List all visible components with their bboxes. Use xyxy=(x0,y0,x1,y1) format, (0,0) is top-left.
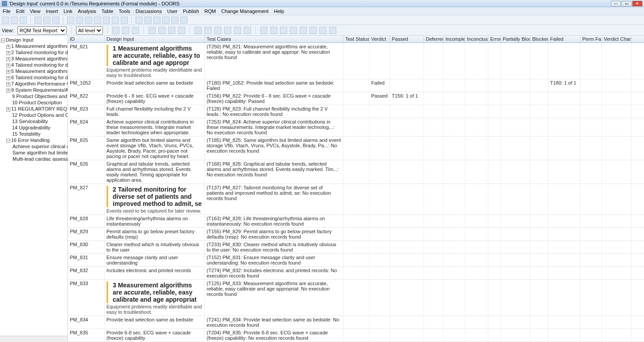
tree-item[interactable]: +8 System Requirements/Algorith xyxy=(1,87,67,93)
table-row[interactable]: PM_822Provide 6 - 8 sec. ECG wave + casc… xyxy=(68,92,644,105)
col-verdict-changed[interactable]: Verdict Changed xyxy=(602,36,631,43)
sort-asc-icon[interactable] xyxy=(319,27,326,34)
menu-table[interactable]: Table xyxy=(102,9,113,14)
save-icon[interactable] xyxy=(2,17,9,24)
table-row[interactable]: PM_823Full channel flexibility including… xyxy=(68,105,644,118)
bullets-icon[interactable] xyxy=(234,27,241,34)
tool-k-icon[interactable] xyxy=(162,17,169,24)
tree-subitem[interactable]: Achieve superior clinical contribu xyxy=(1,143,67,150)
tree-item[interactable]: +11 REGULARTORY REQUIRE xyxy=(1,106,67,112)
underline-icon[interactable] xyxy=(168,27,175,34)
filter-a-icon[interactable] xyxy=(260,27,267,34)
table-row[interactable]: PM_832Includes electronic and printed re… xyxy=(68,267,644,280)
tree-root[interactable]: −Design Input xyxy=(1,37,67,43)
tree-item[interactable]: 14 Upgradeability xyxy=(1,124,67,131)
menu-view[interactable]: View xyxy=(30,9,41,14)
menu-rqm[interactable]: RQM xyxy=(204,9,216,14)
col-deferred[interactable]: Deferred xyxy=(424,36,444,43)
table-row[interactable]: PM_829Permit alarms to go below preset f… xyxy=(68,228,644,241)
tree-item[interactable]: +5 Measurement algorithms are a xyxy=(1,68,67,74)
tree-subitem[interactable]: Multi-lead cardiac assessment xyxy=(1,156,67,162)
tool-e-icon[interactable] xyxy=(103,17,110,24)
table-row[interactable]: PM_824Achieve superior clinical contribu… xyxy=(68,118,644,137)
print-icon[interactable] xyxy=(11,17,18,24)
col-failed[interactable]: Failed xyxy=(548,36,580,43)
view-select[interactable]: RQM Test Report View xyxy=(17,26,67,34)
tool-j-icon[interactable] xyxy=(153,17,161,24)
menu-discussions[interactable]: Discussions xyxy=(136,9,162,14)
menu-analysis[interactable]: Analysis xyxy=(78,9,96,14)
table-row[interactable]: PM_835Provide 6-8 sec. ECG wave + cascad… xyxy=(68,329,644,342)
tool-h-icon[interactable] xyxy=(136,17,143,24)
align-justify-icon[interactable] xyxy=(224,27,231,34)
filter-f-icon[interactable] xyxy=(309,27,317,34)
col-incomplete[interactable]: Incomplete xyxy=(444,36,465,43)
maximize-button[interactable]: ▭ xyxy=(622,1,631,6)
menu-link[interactable]: Link xyxy=(64,9,72,14)
table-row[interactable]: PM_1052Provide lead selection same as be… xyxy=(68,79,644,92)
align-left-icon[interactable] xyxy=(195,27,202,34)
cut-icon[interactable] xyxy=(112,27,119,34)
numbering-icon[interactable] xyxy=(244,27,251,34)
close-button[interactable]: ✕ xyxy=(632,1,642,6)
nav-next-icon[interactable] xyxy=(43,17,51,24)
col-testcases[interactable]: Test Cases xyxy=(205,36,343,43)
table-row[interactable]: PM_825Same algorithm but limited alarms … xyxy=(68,137,644,160)
filter-e-icon[interactable] xyxy=(300,27,307,34)
table-row[interactable]: PM_8211 Measurement algorithms are accur… xyxy=(68,43,644,79)
tree-subitem[interactable]: Same algorithm but limited alarm xyxy=(1,150,67,156)
paste-icon[interactable] xyxy=(132,27,139,34)
col-permfailed[interactable]: Perm Failed xyxy=(580,36,602,43)
tool-i-icon[interactable] xyxy=(144,17,152,24)
col-id[interactable]: ID xyxy=(68,36,105,43)
tree-item[interactable]: +2 Tailored monitoring for diverse xyxy=(1,49,67,56)
col-teststatus[interactable]: Test Status xyxy=(343,36,369,43)
table-row[interactable]: PM_8272 Tailored monitoring for diverse … xyxy=(68,184,644,215)
tree-item[interactable]: +6 Tailored monitoring for diverse xyxy=(1,74,67,81)
col-partially-blocked[interactable]: Partially Blocked xyxy=(501,36,530,43)
col-passed[interactable]: Passed xyxy=(390,36,424,43)
sort-desc-icon[interactable] xyxy=(329,27,336,34)
filter-c-icon[interactable] xyxy=(280,27,287,34)
tree-item[interactable]: 10 Product Description xyxy=(1,99,67,106)
col-blocked[interactable]: Blocked xyxy=(530,36,548,43)
tool-b-icon[interactable] xyxy=(76,17,83,24)
grid-body[interactable]: PM_8211 Measurement algorithms are accur… xyxy=(68,43,644,342)
tree-item[interactable]: 15 Testability xyxy=(1,131,67,137)
strike-icon[interactable] xyxy=(178,27,185,34)
col-design[interactable]: Design Input xyxy=(105,36,205,43)
refresh-icon[interactable] xyxy=(180,17,187,24)
menu-change-management[interactable]: Change Management xyxy=(221,9,269,14)
copy-icon[interactable] xyxy=(122,27,129,34)
tool-g-icon[interactable] xyxy=(121,17,128,24)
tool-c-icon[interactable] xyxy=(85,17,92,24)
tool-d-icon[interactable] xyxy=(94,17,101,24)
italic-icon[interactable] xyxy=(158,27,165,34)
filter-b-icon[interactable] xyxy=(270,27,277,34)
table-row[interactable]: PM_834Provide lead selection same as bed… xyxy=(68,316,644,329)
menu-insert[interactable]: Insert xyxy=(46,9,58,14)
tool-a-icon[interactable] xyxy=(67,17,74,24)
menu-edit[interactable]: Edit xyxy=(16,9,25,14)
tree-item[interactable]: 13 Serviceability xyxy=(1,118,67,124)
menu-tools[interactable]: Tools xyxy=(119,9,130,14)
filter-d-icon[interactable] xyxy=(290,27,297,34)
tree-item[interactable]: +7 Algorithm Performance Claims xyxy=(1,81,67,87)
table-row[interactable]: PM_826Graphical and tabular trends, sele… xyxy=(68,160,644,184)
tree-item[interactable]: 9 Product Objectives and Relea xyxy=(1,93,67,99)
tree-pane[interactable]: −Design Input +1 Measurement algorithms … xyxy=(0,36,68,342)
tree-item[interactable]: −16 Error Handling xyxy=(1,137,67,143)
tree-item[interactable]: 12 Product Options and Configu xyxy=(1,112,67,118)
menu-file[interactable]: File xyxy=(3,9,11,14)
nav-up-icon[interactable] xyxy=(52,17,59,24)
tool-f-icon[interactable] xyxy=(112,17,119,24)
minimize-button[interactable]: — xyxy=(611,1,621,6)
align-right-icon[interactable] xyxy=(214,27,221,34)
table-row[interactable]: PM_830Clearer method which is intuitivel… xyxy=(68,241,644,254)
tool-l-icon[interactable] xyxy=(171,17,178,24)
menu-help[interactable]: Help xyxy=(274,9,284,14)
tree-item[interactable]: +4 Tailored monitoring for diverse xyxy=(1,62,67,68)
align-center-icon[interactable] xyxy=(204,27,212,34)
tree-item[interactable]: +3 Measurement algorithms are a xyxy=(1,56,67,62)
col-verdict[interactable]: Verdict xyxy=(369,36,390,43)
